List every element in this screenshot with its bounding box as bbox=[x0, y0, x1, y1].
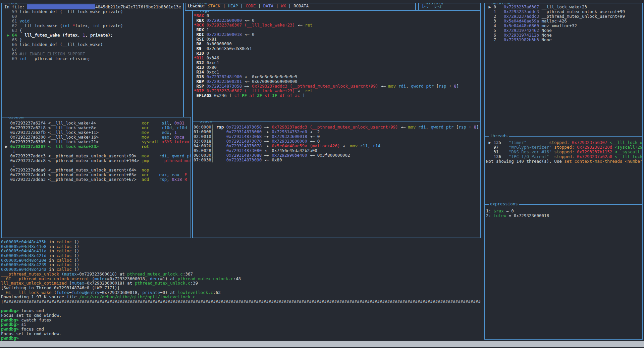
text-segment: "IPC I/O Parent" bbox=[509, 154, 549, 159]
text-segment: ◂— 0 bbox=[307, 139, 320, 144]
log-lines: 0x00005e04d48c435b in calloc ()0x00005e0… bbox=[1, 240, 483, 341]
text-segment: 0x7293237addc3 (__pthread_mutex_unlock_u… bbox=[252, 84, 378, 89]
text-segment: 65 bbox=[4, 37, 19, 42]
terminal-line: *RAX 0 bbox=[194, 13, 480, 18]
text-segment: 0 bbox=[204, 13, 209, 18]
threads-panel-title: threads bbox=[489, 134, 509, 138]
text-segment: 0x80008000 bbox=[202, 41, 232, 46]
text-segment: r10d bbox=[177, 125, 187, 130]
text-segment: | bbox=[256, 3, 263, 8]
text-segment: 5 bbox=[486, 28, 504, 33]
text-segment: , bbox=[167, 172, 172, 177]
terminal-line: 0x7293237a62fb <__lll_lock_wake+11> mov … bbox=[3, 130, 191, 135]
text-segment: 7 bbox=[486, 37, 504, 42]
terminal-line: Focus set to cmd window. bbox=[1, 313, 483, 318]
text-segment: 0x7293237a6307 bbox=[572, 140, 607, 145]
pwndbg-terminal-screen: { "palette":{ "bg":"#262a32", "panel_bor… bbox=[0, 0, 644, 348]
text-segment: rdi bbox=[159, 153, 167, 158]
text-segment: E bbox=[184, 172, 187, 177]
expressions-panel-title: expressions bbox=[489, 202, 519, 206]
text-segment: 0x729314873058 bbox=[226, 125, 262, 130]
text-segment: *R11 bbox=[194, 55, 204, 60]
text-segment: 0x729323600000 bbox=[207, 18, 242, 23]
text-segment: futex, bbox=[75, 23, 93, 28]
text-segment: None bbox=[539, 33, 552, 38]
text-segment: ↓ bbox=[3, 149, 15, 154]
text-segment: —▸ bbox=[262, 139, 272, 144]
text-segment: , bbox=[169, 135, 174, 140]
text-segment bbox=[224, 125, 226, 130]
text-segment: RBX bbox=[194, 18, 204, 23]
text-segment bbox=[204, 32, 207, 37]
stack-lines: 00:0000│ rsp 0x729314873058 —▸ 0x7293237… bbox=[193, 125, 480, 162]
text-segment: 0x7293237addc3 bbox=[504, 14, 539, 19]
text-segment: , bbox=[169, 130, 174, 135]
text-segment: ◂— bbox=[378, 84, 388, 89]
text-segment: None bbox=[539, 28, 552, 33]
text-segment: ac bbox=[292, 93, 300, 98]
text-segment: 0xcc1 bbox=[204, 60, 219, 65]
terminal-line: ↓ bbox=[3, 163, 191, 168]
terminal-line: ▶ 64 lll_futex_wake (futex, 1, private); bbox=[4, 33, 183, 38]
text-segment: RDX bbox=[194, 27, 204, 32]
text-segment: 0x729314873060 bbox=[226, 129, 262, 134]
text-segment: 0x7293237a6307 (__lll_lock_wake+23) bbox=[207, 22, 295, 28]
text-segment: ] bbox=[300, 93, 305, 98]
text-segment: 0x729314873078 bbox=[226, 143, 262, 148]
terminal-line: 05:0028│ 0x729314873080 ◂— 0x7456e45da42… bbox=[194, 148, 480, 153]
text-segment: ◂— 0x6700000569000000 bbox=[242, 79, 298, 84]
terminal-line: 02:0010│ 0x729314873068 —▸ 0x72932360001… bbox=[194, 134, 480, 139]
text-segment: HEAP bbox=[228, 3, 238, 8]
text-segment: │ bbox=[211, 143, 226, 148]
text-segment: 0x729314873070 bbox=[226, 139, 262, 144]
text-segment: 0x7293237b1152 bbox=[577, 149, 612, 154]
text-segment: , bbox=[368, 143, 373, 148]
text-segment: CODE bbox=[246, 3, 256, 8]
text-segment: 0 bbox=[204, 51, 209, 56]
terminal-line: 03:0018│ 0x729314873070 —▸ 0x72932360000… bbox=[194, 139, 480, 144]
text-segment: R9 bbox=[194, 46, 202, 51]
text-segment: 0xcc1 bbox=[204, 69, 219, 74]
text-segment: xor bbox=[142, 172, 149, 177]
text-segment: :39 bbox=[190, 281, 198, 286]
text-segment bbox=[612, 145, 615, 150]
text-segment: 69 bbox=[4, 56, 19, 61]
text-segment: 1 bbox=[83, 33, 85, 38]
text-segment: *RCX bbox=[194, 22, 204, 28]
terminal-line: 0x00005e04d48c435b in calloc () bbox=[1, 240, 483, 244]
text-segment: <__lll_lock_wak bbox=[610, 140, 643, 145]
terminal-line: 0x7293237adda0 <__pthread_mutex_unlock_u… bbox=[3, 168, 191, 172]
text-segment: None bbox=[539, 37, 552, 42]
terminal-line: R9 0x2d561850ed580e51 bbox=[194, 46, 480, 51]
terminal-line: [Switching to Thread 0x7293148746c0 (LWP… bbox=[1, 286, 483, 290]
text-segment: cf bbox=[232, 93, 239, 98]
terminal-line: 2: futex = 0x729323600018 bbox=[486, 213, 643, 218]
text-segment: 0x729314873058 bbox=[207, 84, 242, 89]
text-segment: ◂— bbox=[340, 143, 350, 148]
text-segment: 4 bbox=[486, 23, 504, 28]
text-segment: + bbox=[446, 84, 454, 89]
terminal-line: 2 0x7293237addc3 __pthread_mutex_unlock_… bbox=[486, 14, 642, 19]
terminal-line: R15 0x729282d8f900 ◂— 0xe5e5e5e5e5e5e5e5 bbox=[194, 74, 480, 79]
text-segment: ◂— bbox=[295, 88, 305, 93]
terminal-line: 07:0038│ 0x729314873090 ◂— 0x80 bbox=[194, 158, 480, 162]
text-segment: | bbox=[238, 3, 246, 8]
text-segment: = 0 bbox=[504, 208, 514, 213]
terminal-line: 0x00005e04d48c420e in calloc () bbox=[1, 258, 483, 263]
text-segment: —▸ bbox=[262, 129, 272, 134]
terminal-line: 69 int __pthread_force_elision; bbox=[4, 56, 183, 61]
text-segment: void bbox=[19, 18, 30, 23]
text-segment: 03:0018 bbox=[194, 139, 211, 144]
text-segment: ZF bbox=[255, 93, 262, 98]
text-segment: sf bbox=[262, 93, 270, 98]
terminal-line: 65 } bbox=[4, 38, 183, 42]
text-segment: rsp bbox=[216, 125, 224, 130]
text-segment: __pthread_mutex_unlock_usercnt+99 bbox=[539, 9, 625, 14]
text-segment: lll_futex_wake (futex, bbox=[19, 33, 83, 38]
text-segment: 0x72932382720d bbox=[577, 145, 612, 150]
text-segment: , bbox=[172, 125, 177, 130]
text-segment: R12 bbox=[194, 60, 204, 65]
text-segment: rdi bbox=[418, 125, 426, 130]
text-segment: xor bbox=[142, 120, 149, 126]
text-segment: 0x7293237addc8 <__pthread_mutex_unlock_u… bbox=[3, 158, 142, 163]
